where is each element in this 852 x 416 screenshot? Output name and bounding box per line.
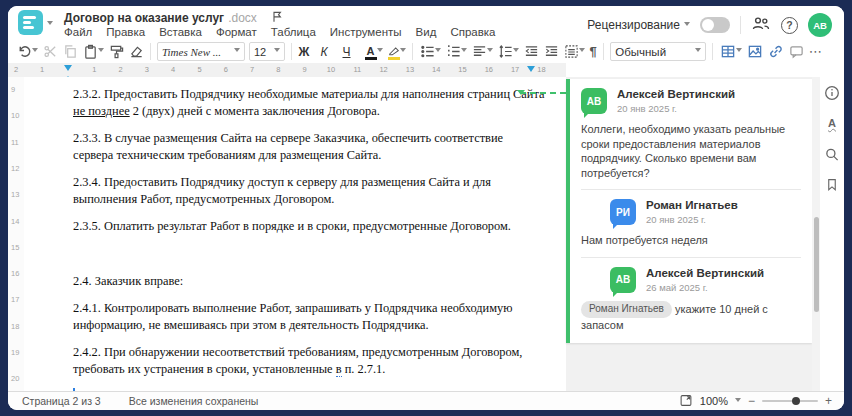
review-dropdown[interactable]: Рецензирование [587, 18, 690, 32]
search-icon[interactable] [825, 147, 840, 166]
line-spacing-icon [498, 44, 513, 59]
editor-area: 91011121314151617181920 2.3.2. Предостав… [8, 77, 844, 392]
menu-item-6[interactable]: Вид [416, 26, 437, 38]
underline-button[interactable]: Ч [340, 42, 362, 62]
review-label: Рецензирование [587, 18, 680, 32]
comments-panel: АВ Алексей Вертинский 20 янв 2025 г. Кол… [566, 77, 812, 392]
ruler-number: 9 [303, 65, 307, 74]
clear-style-button[interactable] [126, 42, 146, 62]
paragraph-style-select[interactable]: Обычный [610, 42, 706, 61]
show-formatting-marks-button[interactable]: ¶ [587, 42, 599, 62]
zoom-out-button[interactable]: − [748, 394, 755, 408]
copy-icon [63, 44, 78, 59]
menu-item-1[interactable]: Правка [106, 26, 145, 38]
paragraph-borders-button[interactable] [561, 42, 587, 62]
menu-item-0[interactable]: Файл [64, 26, 92, 38]
increase-indent-button[interactable] [541, 42, 561, 62]
info-icon[interactable] [824, 85, 840, 105]
ruler-number: 20 [11, 374, 19, 383]
help-icon[interactable]: ? [781, 17, 798, 34]
mention-pill[interactable]: Роман Игнатьев [581, 301, 672, 319]
empty-paragraph [73, 246, 546, 273]
divider [740, 16, 741, 34]
comment-thread-card[interactable]: АВ Алексей Вертинский 20 янв 2025 г. Кол… [566, 79, 812, 343]
divider [581, 189, 801, 190]
ruler-number: 13 [11, 190, 19, 199]
chevron-down-icon [684, 22, 690, 29]
formatting-toolbar: Times New ... 12 Ж К Ч А [8, 40, 844, 63]
header-right-controls: Рецензирование ? АВ [587, 13, 832, 37]
zoom-slider[interactable] [762, 400, 818, 402]
review-toggle[interactable] [700, 17, 730, 33]
horizontal-ruler[interactable]: 21123456789101112131415161718 [8, 63, 566, 78]
fit-width-icon[interactable] [679, 394, 693, 409]
app-window: Договор на оказание услуг.docx ФайлПравк… [8, 6, 844, 410]
font-color-button[interactable]: А [362, 42, 385, 62]
users-icon[interactable] [751, 15, 771, 36]
logo-caret-icon[interactable] [47, 21, 53, 28]
caret-down-icon [736, 48, 742, 55]
italic-button[interactable]: К [318, 42, 340, 62]
page-indicator[interactable]: Страница 2 из 3 [22, 395, 101, 407]
line-spacing-button[interactable] [495, 42, 521, 62]
insert-table-button[interactable] [717, 42, 744, 62]
eraser-icon [129, 44, 144, 59]
ruler-number: 4 [171, 65, 175, 74]
user-avatar[interactable]: АВ [808, 13, 832, 37]
font-name-select[interactable]: Times New ... [157, 42, 245, 61]
font-size-select[interactable]: 12 [249, 42, 285, 61]
borders-icon [564, 44, 579, 59]
ruler-number: 3 [145, 65, 149, 74]
scrollbar-thumb[interactable] [814, 217, 819, 312]
undo-button[interactable] [14, 42, 40, 62]
vertical-ruler[interactable]: 91011121314151617181920 [8, 77, 24, 392]
app-logo-button[interactable] [18, 10, 43, 35]
menu-item-2[interactable]: Вставка [159, 26, 202, 38]
menu-item-5[interactable]: Инструменты [330, 26, 402, 38]
undo-icon [17, 44, 32, 59]
increase-indent-icon [544, 44, 559, 59]
menu-item-3[interactable]: Формат [216, 26, 257, 38]
document-page[interactable]: 2.3.2. Предоставить Подрядчику необходим… [24, 77, 566, 392]
paste-icon [83, 44, 98, 59]
decrease-indent-button[interactable] [521, 42, 541, 62]
right-indent-marker[interactable] [527, 66, 535, 76]
bullet-list-button[interactable] [417, 42, 443, 62]
menu-item-7[interactable]: Справка [450, 26, 495, 38]
doc-paragraph: 2.4. Заказчик вправе: [73, 273, 546, 290]
flag-icon[interactable] [271, 10, 283, 26]
ruler-number: 1 [92, 65, 96, 74]
caret-down-icon [32, 48, 38, 55]
vertical-scrollbar[interactable] [812, 77, 820, 392]
align-left-icon [472, 44, 487, 59]
insert-link-button[interactable] [765, 42, 786, 62]
insert-image-button[interactable] [744, 42, 765, 62]
image-icon [747, 44, 763, 59]
insert-comment-button[interactable] [786, 42, 806, 62]
format-painter-button[interactable] [106, 42, 126, 62]
ruler-number: 17 [511, 65, 519, 74]
copy-button[interactable] [60, 42, 80, 62]
caret-down-icon[interactable] [735, 398, 741, 405]
menu-item-4[interactable]: Таблица [271, 26, 316, 38]
ruler-number: 16 [485, 65, 493, 74]
comment-text: Коллеги, необходимо указать реальные сро… [581, 122, 801, 180]
zoom-in-button[interactable]: + [825, 394, 832, 408]
zoom-level[interactable]: 100% [700, 395, 728, 407]
document-text[interactable]: 2.3.2. Предоставить Подрядчику необходим… [24, 77, 566, 402]
more-tools-button[interactable]: ⋯ [806, 42, 825, 62]
zoom-slider-handle[interactable] [792, 397, 800, 405]
numbered-list-button[interactable] [443, 42, 469, 62]
comment-avatar: РИ [610, 199, 636, 225]
comment-date: 26 май 2025 г. [646, 282, 764, 293]
highlight-color-button[interactable] [385, 42, 408, 62]
comment-date: 20 янв 2025 г. [646, 214, 738, 225]
bookmark-icon[interactable] [826, 177, 839, 196]
brush-icon [109, 44, 124, 59]
paste-button[interactable] [80, 42, 106, 62]
cut-button[interactable] [40, 42, 60, 62]
document-extension: .docx [228, 11, 257, 25]
align-button[interactable] [469, 42, 495, 62]
spellcheck-icon[interactable]: А [828, 117, 836, 129]
bold-button[interactable]: Ж [296, 42, 318, 62]
